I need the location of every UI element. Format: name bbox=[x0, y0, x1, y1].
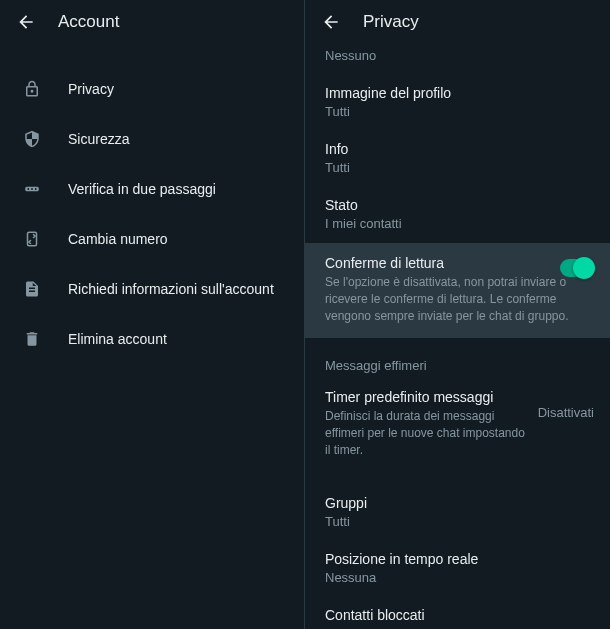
setting-value: Nessuno bbox=[325, 48, 594, 63]
setting-value: I miei contatti bbox=[325, 216, 594, 231]
menu-item-security[interactable]: Sicurezza bbox=[0, 114, 304, 164]
account-menu: Privacy Sicurezza Verifica in due passag… bbox=[0, 44, 304, 364]
setting-description: Definisci la durata dei messaggi effimer… bbox=[325, 408, 528, 458]
password-icon bbox=[22, 179, 42, 199]
account-panel: Account Privacy Sicurezza Verifica in du… bbox=[0, 0, 305, 629]
setting-title: Info bbox=[325, 141, 594, 157]
setting-default-timer[interactable]: Timer predefinito messaggi Definisci la … bbox=[305, 379, 610, 470]
menu-label: Privacy bbox=[68, 81, 114, 97]
document-icon bbox=[22, 279, 42, 299]
privacy-panel: Privacy Nessuno Immagine del profilo Tut… bbox=[305, 0, 610, 629]
setting-info[interactable]: Info Tutti bbox=[305, 131, 610, 187]
setting-read-receipts: Conferme di lettura Se l'opzione è disat… bbox=[305, 243, 610, 338]
menu-item-delete-account[interactable]: Elimina account bbox=[0, 314, 304, 364]
sim-swap-icon bbox=[22, 229, 42, 249]
toggle-knob-icon bbox=[573, 257, 595, 279]
menu-item-two-step[interactable]: Verifica in due passaggi bbox=[0, 164, 304, 214]
setting-value: Tutti bbox=[325, 514, 594, 529]
menu-item-change-number[interactable]: Cambia numero bbox=[0, 214, 304, 264]
account-title: Account bbox=[58, 12, 119, 32]
setting-live-location[interactable]: Posizione in tempo reale Nessuna bbox=[305, 541, 610, 597]
setting-value: Disattivati bbox=[538, 389, 594, 420]
setting-value: Nessuna bbox=[325, 570, 594, 585]
menu-label: Cambia numero bbox=[68, 231, 168, 247]
menu-label: Richiedi informazioni sull'account bbox=[68, 281, 274, 297]
back-arrow-icon[interactable] bbox=[16, 12, 36, 32]
setting-groups[interactable]: Gruppi Tutti bbox=[305, 471, 610, 541]
svg-point-3 bbox=[35, 188, 37, 190]
setting-value: Tutti bbox=[325, 160, 594, 175]
svg-point-1 bbox=[27, 188, 29, 190]
menu-label: Elimina account bbox=[68, 331, 167, 347]
account-header: Account bbox=[0, 0, 304, 44]
privacy-header: Privacy bbox=[305, 0, 610, 44]
setting-title: Posizione in tempo reale bbox=[325, 551, 594, 567]
setting-title: Timer predefinito messaggi bbox=[325, 389, 528, 405]
svg-point-2 bbox=[31, 188, 33, 190]
menu-item-request-info[interactable]: Richiedi informazioni sull'account bbox=[0, 264, 304, 314]
setting-status[interactable]: Stato I miei contatti bbox=[305, 187, 610, 243]
menu-item-privacy[interactable]: Privacy bbox=[0, 64, 304, 114]
menu-label: Sicurezza bbox=[68, 131, 129, 147]
trash-icon bbox=[22, 329, 42, 349]
setting-title: Stato bbox=[325, 197, 594, 213]
menu-label: Verifica in due passaggi bbox=[68, 181, 216, 197]
setting-partial: Nessuno bbox=[305, 44, 610, 75]
setting-title: Immagine del profilo bbox=[325, 85, 594, 101]
back-arrow-icon[interactable] bbox=[321, 12, 341, 32]
shield-icon bbox=[22, 129, 42, 149]
svg-rect-4 bbox=[28, 232, 37, 246]
privacy-title: Privacy bbox=[363, 12, 419, 32]
setting-blocked-contacts[interactable]: Contatti bloccati bbox=[305, 597, 610, 629]
lock-icon bbox=[22, 79, 42, 99]
setting-title: Gruppi bbox=[325, 495, 594, 511]
read-receipts-toggle[interactable] bbox=[560, 259, 594, 277]
setting-value: Tutti bbox=[325, 104, 594, 119]
section-ephemeral: Messaggi effimeri bbox=[305, 338, 610, 379]
setting-description: Se l'opzione è disattivata, non potrai i… bbox=[325, 274, 594, 324]
setting-profile-image[interactable]: Immagine del profilo Tutti bbox=[305, 75, 610, 131]
setting-title: Conferme di lettura bbox=[325, 255, 594, 271]
setting-title: Contatti bloccati bbox=[325, 607, 594, 623]
